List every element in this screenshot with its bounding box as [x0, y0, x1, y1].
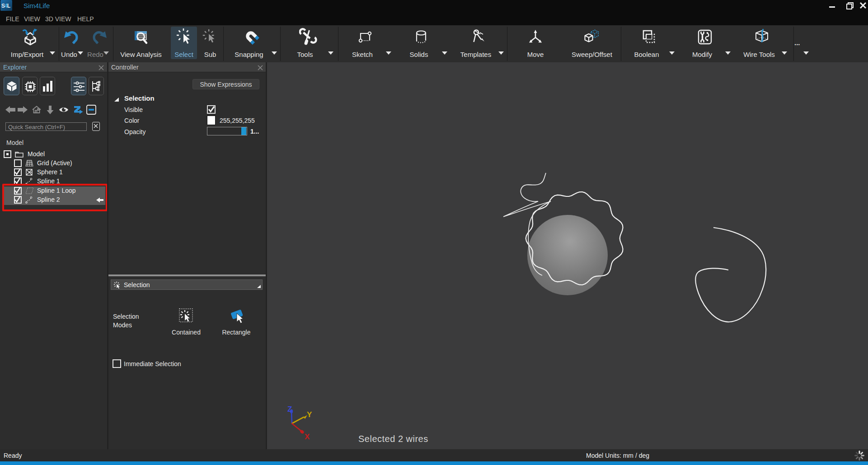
svg-text:Z: Z: [287, 405, 292, 414]
svg-text:Y: Y: [307, 410, 312, 419]
svg-text:X: X: [305, 432, 310, 441]
